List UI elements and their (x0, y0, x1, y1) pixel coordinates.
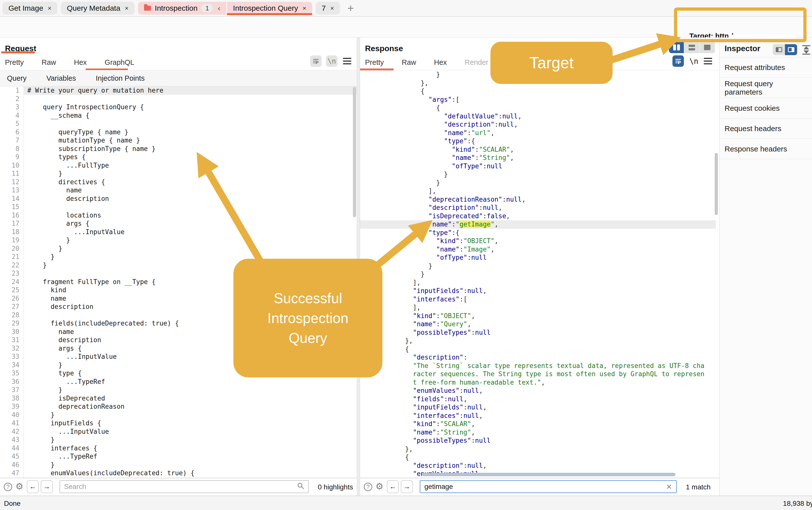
request-subtabs: QueryVariablesInjection Points (0, 70, 357, 86)
word-wrap-icon[interactable] (672, 55, 684, 67)
response-layout-toggle (669, 42, 715, 53)
search-value: getimage (424, 483, 453, 491)
subtab-injection-points[interactable]: Injection Points (96, 74, 145, 83)
status-message: Done (4, 500, 21, 508)
response-size-label: 18,938 by (783, 500, 812, 508)
show-newlines-icon[interactable]: \n (326, 55, 338, 67)
code-line: "name":"url", (360, 129, 716, 137)
tab-label: Introspection Query (233, 4, 298, 12)
view-tab-render[interactable]: Render (465, 58, 488, 66)
code-line: "description":null, (360, 204, 716, 212)
dock-right-button[interactable] (785, 44, 797, 55)
code-line: "fields":null, (360, 395, 716, 403)
show-newlines-icon[interactable]: \n (689, 57, 698, 65)
tab-introspection-query[interactable]: Introspection Query× (227, 2, 312, 14)
view-tab-hex[interactable]: Hex (74, 58, 87, 66)
close-tab-icon[interactable]: × (125, 4, 128, 12)
previous-match-button[interactable]: ← (387, 480, 399, 493)
tab-introspection[interactable]: Introspection1‹ (138, 2, 227, 14)
code-line: { (360, 104, 716, 112)
view-tab-graphql[interactable]: GraphQL (105, 58, 134, 66)
close-tab-icon[interactable]: × (330, 4, 334, 12)
response-vertical-scrollbar[interactable] (715, 153, 718, 215)
tab-label: Get Image (8, 4, 43, 12)
add-tab-button[interactable]: + (347, 3, 354, 13)
code-line: "defaultValue":null, (360, 112, 716, 121)
layout-rows-button[interactable] (684, 42, 700, 53)
request-menu-icon[interactable] (343, 58, 351, 64)
code-line: "name":"Image", (360, 245, 716, 254)
view-tab-pretty[interactable]: Pretty (365, 58, 384, 66)
inspector-panel: Inspector Request attributesRequest quer… (719, 37, 812, 496)
code-line: "deprecationReason":null, (360, 196, 716, 204)
code-line: } (360, 179, 716, 187)
tab-query-metadata[interactable]: Query Metadata× (61, 2, 134, 14)
response-search-input[interactable]: getimage ✕ (420, 480, 677, 493)
request-vertical-scrollbar[interactable] (353, 87, 356, 217)
code-line: "kind":"OBJECT", (360, 237, 716, 245)
code-line: "isDeprecated":false, (360, 212, 716, 220)
inspector-collapse-icon[interactable] (802, 45, 811, 56)
clear-search-icon[interactable]: ✕ (666, 482, 672, 491)
view-tab-raw[interactable]: Raw (402, 58, 416, 66)
layout-columns-button[interactable] (669, 42, 684, 53)
view-tab-raw[interactable]: Raw (42, 58, 56, 66)
code-line: "name":"Query", (360, 320, 716, 329)
previous-match-button[interactable]: ← (27, 480, 39, 493)
target-callout-label: Target (529, 54, 574, 72)
subtab-query[interactable]: Query (7, 74, 27, 83)
response-menu-icon[interactable] (704, 58, 712, 64)
panel-left-icon (776, 47, 782, 52)
search-settings-gear-icon[interactable]: ⚙ (375, 481, 383, 491)
code-line: } (360, 262, 716, 270)
request-active-subtab-underline (1, 51, 35, 53)
code-line: "description":null, (360, 461, 716, 470)
collapse-group-chevron-icon[interactable]: ‹ (218, 4, 220, 12)
code-line: "type":{ (360, 137, 716, 146)
request-search-input[interactable]: Search (60, 480, 309, 493)
next-match-button[interactable]: → (401, 480, 413, 493)
help-icon[interactable]: ? (4, 483, 12, 491)
code-line: "ofType":null (360, 253, 716, 262)
rows-icon (689, 45, 695, 51)
tab-label: 7 (322, 4, 326, 12)
code-line: }, (360, 337, 716, 345)
view-tab-pretty[interactable]: Pretty (5, 58, 24, 66)
status-bar: Done 18,938 by (0, 496, 812, 510)
tab-label: Introspection (155, 4, 198, 12)
code-line: "possibleTypes":null (360, 329, 716, 337)
close-tab-icon[interactable]: × (302, 4, 306, 12)
layout-single-button[interactable] (700, 42, 715, 53)
code-line: "description": (360, 353, 716, 362)
tab-get-image[interactable]: Get Image× (2, 2, 57, 14)
inspector-section-request-headers[interactable]: Request headers (720, 118, 812, 139)
view-tab-hex[interactable]: Hex (434, 58, 447, 66)
tab-count-badge: 1 (201, 4, 213, 12)
code-line: "name":"String", (360, 428, 716, 437)
close-tab-icon[interactable]: × (48, 4, 51, 12)
response-panel: Response PrettyRawHexRender \n } }, { "a… (360, 37, 719, 478)
panel-right-icon (788, 47, 794, 52)
help-icon[interactable]: ? (364, 483, 372, 491)
inspector-section-request-attributes[interactable]: Request attributes (720, 57, 812, 78)
tab-7[interactable]: 7× (316, 2, 340, 14)
response-code-viewer[interactable]: } }, { "args":[ { "defaultValue":null, "… (360, 70, 716, 478)
folder-icon (144, 6, 151, 11)
next-match-button[interactable]: → (41, 480, 53, 493)
response-horizontal-scrollbar[interactable] (422, 473, 675, 476)
columns-icon (673, 44, 680, 51)
inspector-section-request-query-parameters[interactable]: Request query parameters (720, 78, 812, 98)
inspector-section-response-headers[interactable]: Response headers (720, 139, 812, 159)
inspector-section-request-cookies[interactable]: Request cookies (720, 98, 812, 118)
word-wrap-icon[interactable] (310, 55, 322, 67)
code-line: "kind":"SCALAR", (360, 146, 716, 154)
code-line: "inputFields":null, (360, 403, 716, 412)
code-line: ], (360, 278, 716, 287)
response-editor-icons: \n (672, 55, 712, 67)
subtab-variables[interactable]: Variables (47, 74, 76, 83)
search-settings-gear-icon[interactable]: ⚙ (16, 481, 23, 491)
code-line: "kind":"OBJECT", (360, 312, 716, 320)
dock-left-button[interactable] (773, 44, 785, 55)
code-line: } (360, 270, 716, 278)
code-line: "inputFields":null, (360, 287, 716, 295)
